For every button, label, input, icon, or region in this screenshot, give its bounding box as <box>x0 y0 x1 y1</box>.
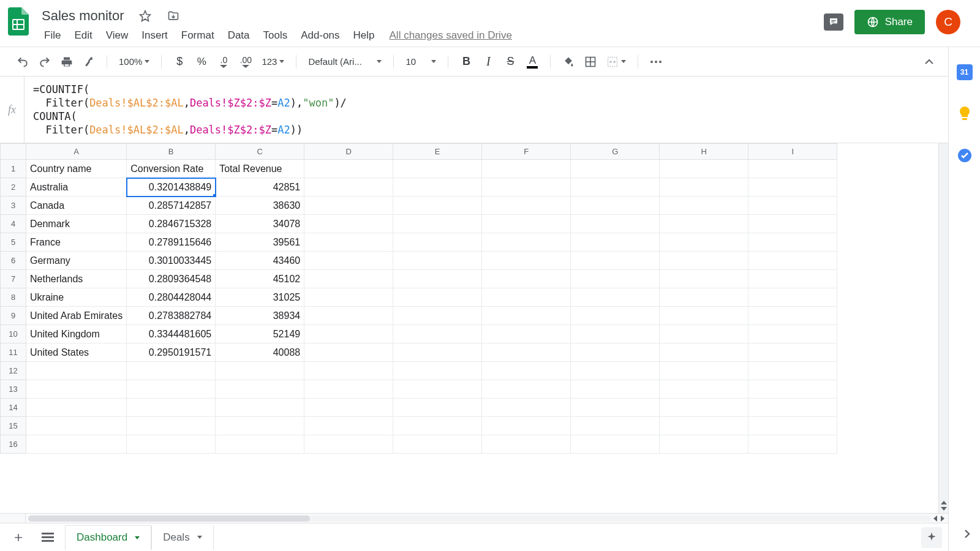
scroll-right-icon[interactable] <box>941 515 944 522</box>
chevron-down-icon[interactable] <box>197 536 202 539</box>
cell[interactable]: Conversion Rate <box>127 160 216 178</box>
cell[interactable] <box>571 380 660 399</box>
strikethrough-button[interactable]: S <box>501 53 519 71</box>
cell[interactable] <box>482 435 571 454</box>
cell[interactable] <box>571 215 660 233</box>
menu-add-ons[interactable]: Add-ons <box>295 27 345 44</box>
menu-file[interactable]: File <box>38 27 67 44</box>
cell[interactable]: 0.2804428044 <box>127 288 216 307</box>
cell[interactable] <box>393 362 482 380</box>
cell[interactable]: Netherlands <box>26 270 127 288</box>
menu-edit[interactable]: Edit <box>68 27 98 44</box>
cell[interactable] <box>571 435 660 454</box>
sheet-tab-deals[interactable]: Deals <box>151 525 213 550</box>
cell[interactable]: 40088 <box>216 343 304 362</box>
sheets-logo[interactable] <box>6 5 31 38</box>
cell[interactable] <box>482 380 571 399</box>
collapse-toolbar-icon[interactable] <box>920 53 938 71</box>
cell[interactable] <box>571 307 660 325</box>
cell[interactable] <box>571 252 660 270</box>
cell[interactable] <box>571 343 660 362</box>
row-header[interactable]: 9 <box>1 307 26 325</box>
cell[interactable] <box>748 178 837 197</box>
cell[interactable] <box>660 325 748 343</box>
cell[interactable] <box>482 270 571 288</box>
cell[interactable] <box>304 325 393 343</box>
cell[interactable] <box>127 380 216 399</box>
cell[interactable] <box>393 252 482 270</box>
cell[interactable] <box>482 233 571 252</box>
text-color-button[interactable]: A <box>523 53 541 71</box>
zoom-select[interactable]: 100% <box>116 53 153 71</box>
cell[interactable] <box>571 417 660 435</box>
cell[interactable] <box>660 417 748 435</box>
menu-insert[interactable]: Insert <box>135 27 174 44</box>
cell[interactable] <box>748 160 837 178</box>
cell[interactable] <box>660 435 748 454</box>
row-header[interactable]: 8 <box>1 288 26 307</box>
cell[interactable] <box>304 197 393 215</box>
cell[interactable] <box>393 435 482 454</box>
cell[interactable] <box>748 233 837 252</box>
cell[interactable] <box>748 215 837 233</box>
column-header[interactable]: D <box>304 144 393 160</box>
cell[interactable]: 0.3344481605 <box>127 325 216 343</box>
cell[interactable]: 45102 <box>216 270 304 288</box>
cell[interactable] <box>216 399 304 417</box>
sheet-tab-dashboard[interactable]: Dashboard <box>65 525 151 550</box>
cell[interactable] <box>571 325 660 343</box>
cell[interactable] <box>482 197 571 215</box>
cell[interactable] <box>660 288 748 307</box>
cell[interactable] <box>304 233 393 252</box>
row-header[interactable]: 7 <box>1 270 26 288</box>
column-header[interactable]: C <box>216 144 304 160</box>
cell[interactable] <box>482 178 571 197</box>
cell[interactable]: 0.2857142857 <box>127 197 216 215</box>
cell[interactable] <box>304 362 393 380</box>
cell[interactable] <box>660 307 748 325</box>
cell[interactable] <box>660 197 748 215</box>
chevron-down-icon[interactable] <box>135 536 140 539</box>
column-header[interactable]: A <box>26 144 127 160</box>
cell[interactable] <box>660 399 748 417</box>
cell[interactable] <box>482 399 571 417</box>
cell[interactable] <box>482 343 571 362</box>
cell[interactable] <box>393 417 482 435</box>
cell[interactable] <box>26 399 127 417</box>
cell[interactable]: 0.2950191571 <box>127 343 216 362</box>
cell[interactable] <box>660 252 748 270</box>
cell[interactable] <box>393 160 482 178</box>
cell[interactable]: 0.3201438849 <box>127 178 216 197</box>
cell[interactable] <box>660 160 748 178</box>
cell[interactable] <box>482 362 571 380</box>
cell[interactable]: 31025 <box>216 288 304 307</box>
cell[interactable] <box>304 252 393 270</box>
cell[interactable]: 0.2789115646 <box>127 233 216 252</box>
format-currency[interactable]: $ <box>170 53 189 71</box>
vertical-scrollbar[interactable] <box>938 143 948 513</box>
cell[interactable] <box>127 399 216 417</box>
cell[interactable] <box>571 197 660 215</box>
cell[interactable] <box>748 417 837 435</box>
row-header[interactable]: 11 <box>1 343 26 362</box>
cell[interactable] <box>748 362 837 380</box>
cell[interactable] <box>393 178 482 197</box>
menu-tools[interactable]: Tools <box>257 27 294 44</box>
column-header[interactable]: G <box>571 144 660 160</box>
cell[interactable] <box>660 178 748 197</box>
cell[interactable] <box>304 380 393 399</box>
cell[interactable] <box>748 270 837 288</box>
menu-data[interactable]: Data <box>222 27 256 44</box>
cell[interactable] <box>571 362 660 380</box>
increase-decimal[interactable]: .00 <box>236 53 255 71</box>
cell[interactable] <box>393 399 482 417</box>
cell[interactable] <box>304 307 393 325</box>
cell[interactable] <box>26 435 127 454</box>
column-header[interactable]: E <box>393 144 482 160</box>
row-header[interactable]: 13 <box>1 380 26 399</box>
menu-help[interactable]: Help <box>347 27 381 44</box>
cell[interactable] <box>748 435 837 454</box>
formula-input[interactable]: =COUNTIF( Filter(Deals!$AL$2:$AL,Deals!$… <box>24 77 948 143</box>
cell[interactable]: 38630 <box>216 197 304 215</box>
format-percent[interactable]: % <box>192 53 211 71</box>
